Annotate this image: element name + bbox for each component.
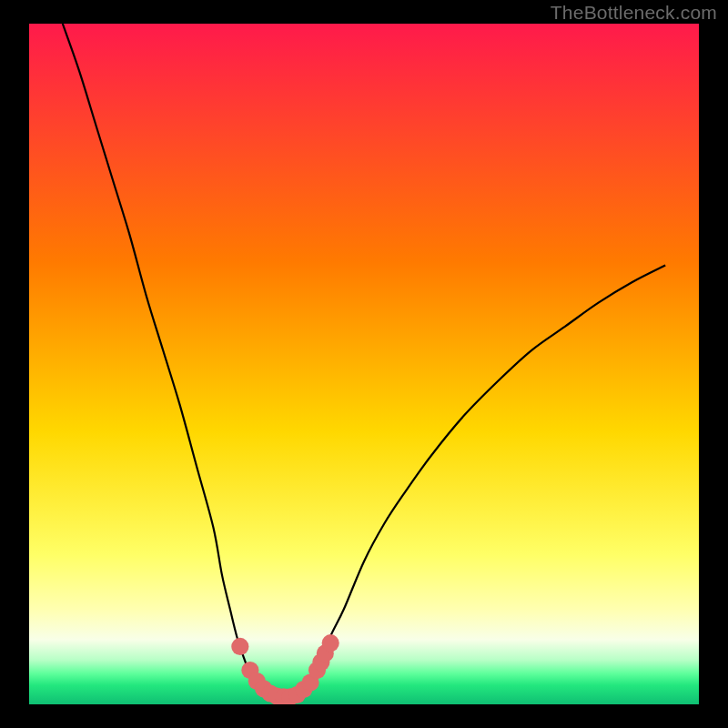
svg-rect-3 bbox=[0, 704, 728, 728]
curve-marker bbox=[322, 634, 339, 652]
svg-rect-1 bbox=[29, 24, 699, 704]
watermark-text: TheBottleneck.com bbox=[551, 2, 717, 24]
bottleneck-chart bbox=[0, 0, 728, 728]
svg-rect-5 bbox=[699, 24, 728, 704]
svg-rect-4 bbox=[0, 24, 29, 704]
chart-container: TheBottleneck.com bbox=[0, 0, 728, 728]
curve-marker bbox=[231, 638, 248, 655]
